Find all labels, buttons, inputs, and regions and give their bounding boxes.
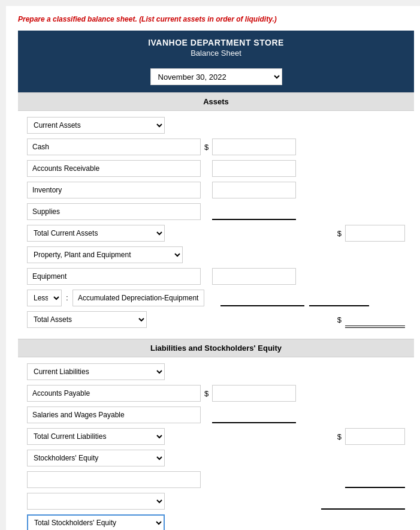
date-row: November 30, 2022 (18, 65, 414, 92)
total-current-assets-amount[interactable] (345, 225, 405, 242)
less-row: Less : $ (27, 290, 405, 306)
cash-amount[interactable] (212, 138, 296, 155)
total-current-liabilities-amount[interactable] (345, 428, 405, 445)
total-assets-row: Total Assets $ (27, 311, 405, 328)
accounts-receivable-amount[interactable] (212, 160, 296, 177)
accounts-payable-label[interactable] (27, 385, 201, 402)
tcl-dollar: $ (337, 432, 342, 441)
inventory-row: $ (27, 182, 405, 198)
blank-dropdown[interactable] (27, 493, 165, 510)
inventory-amount[interactable] (212, 182, 296, 198)
blank-dropdown-amount[interactable] (321, 493, 405, 510)
accumulated-depreciation-label[interactable] (72, 290, 204, 306)
blank-dropdown-row (27, 493, 405, 510)
accounts-receivable-row: $ (27, 160, 405, 177)
current-liabilities-row: Current Liabilities (27, 363, 405, 380)
doc-title: Balance Sheet (30, 49, 402, 58)
assets-section-header: Assets (18, 92, 414, 111)
ppe-row: Property, Plant and Equipment (27, 246, 405, 263)
blank-label-row-1 (27, 471, 405, 488)
total-assets-select[interactable]: Total Assets (27, 311, 147, 328)
blank-label-1[interactable] (27, 471, 201, 488)
salaries-wages-amount[interactable] (212, 406, 296, 423)
stockholders-equity-row: Stockholders' Equity (27, 450, 405, 466)
company-header: IVANHOE DEPARTMENT STORE Balance Sheet (18, 31, 414, 65)
total-stockholders-equity-select[interactable]: Total Stockholders' Equity (27, 514, 165, 530)
accounts-payable-amount[interactable] (212, 385, 296, 402)
cash-label-input[interactable] (27, 138, 201, 155)
ppe-net-amount[interactable] (309, 290, 369, 306)
equipment-row: $ (27, 268, 405, 285)
current-liabilities-select[interactable]: Current Liabilities (27, 363, 165, 380)
stockholders-equity-select[interactable]: Stockholders' Equity (27, 450, 165, 466)
liabilities-section-header: Liabilities and Stockholders' Equity (18, 339, 414, 357)
equipment-label[interactable] (27, 268, 201, 285)
supplies-row: $ (27, 203, 405, 220)
inventory-label[interactable] (27, 182, 201, 198)
date-select[interactable]: November 30, 2022 (150, 68, 282, 85)
instruction-text: Prepare a classified balance sheet. (Lis… (18, 15, 414, 23)
cash-dollar: $ (204, 143, 209, 152)
instruction-highlight: (List current assets in order of liquidi… (139, 15, 277, 23)
total-current-assets-select[interactable]: Total Current Assets (27, 225, 165, 242)
assets-form: Current Assets $ $ $ $ (18, 111, 414, 339)
blank-amount-1[interactable] (345, 471, 405, 488)
equipment-amount[interactable] (212, 268, 296, 285)
ap-dollar: $ (204, 389, 209, 398)
accounts-payable-row: $ (27, 385, 405, 402)
company-name: IVANHOE DEPARTMENT STORE (30, 38, 402, 47)
liabilities-form: Current Liabilities $ $ Total Current Li… (18, 357, 414, 530)
current-assets-select[interactable]: Current Assets (27, 117, 165, 134)
current-assets-row: Current Assets (27, 117, 405, 134)
total-assets-amount[interactable] (345, 311, 405, 328)
total-current-liabilities-select[interactable]: Total Current Liabilities (27, 428, 165, 445)
supplies-amount[interactable] (212, 203, 296, 220)
total-stockholders-equity-row: Total Stockholders' Equity (27, 514, 405, 530)
total-current-liabilities-row: Total Current Liabilities $ (27, 428, 405, 445)
salaries-wages-row: $ (27, 406, 405, 423)
salaries-wages-label[interactable] (27, 406, 201, 423)
supplies-label[interactable] (27, 203, 201, 220)
instruction-static: Prepare a classified balance sheet. (18, 15, 137, 23)
accounts-receivable-label[interactable] (27, 160, 201, 177)
accumulated-depreciation-amount[interactable] (220, 290, 304, 306)
less-colon: : (64, 294, 70, 302)
tca-dollar: $ (337, 229, 342, 238)
ta-dollar: $ (337, 315, 342, 324)
total-current-assets-row: Total Current Assets $ (27, 225, 405, 242)
ppe-select[interactable]: Property, Plant and Equipment (27, 246, 183, 263)
cash-row: $ (27, 138, 405, 155)
less-select[interactable]: Less (27, 290, 62, 306)
